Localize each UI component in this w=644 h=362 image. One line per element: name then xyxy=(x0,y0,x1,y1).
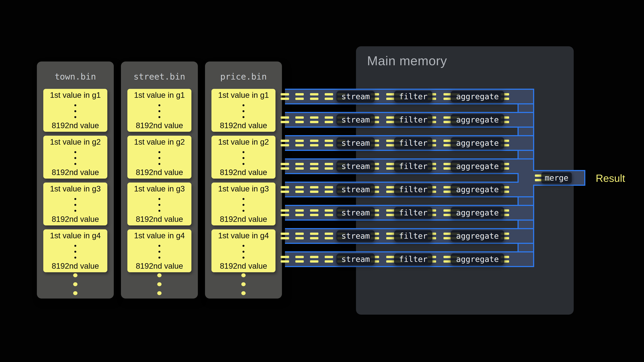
ellipsis-dots xyxy=(242,104,244,118)
data-token-icon xyxy=(325,140,333,146)
value-group-box: 1st value in g2 8192nd value xyxy=(127,136,192,179)
group-first-value: 1st value in g4 xyxy=(127,231,192,240)
filter-operator: filter xyxy=(394,161,432,172)
result-label: Result xyxy=(596,172,625,184)
pipeline-row: stream filter aggregate xyxy=(285,251,533,267)
group-first-value: 1st value in g1 xyxy=(43,91,107,100)
data-token-icon xyxy=(295,209,304,216)
ellipsis-dots xyxy=(74,104,76,118)
data-token-icon xyxy=(295,93,304,100)
aggregate-operator: aggregate xyxy=(450,114,504,125)
file-panel: town.bin 1st value in g1 8192nd value 1s… xyxy=(37,61,114,299)
group-list: 1st value in g1 8192nd value 1st value i… xyxy=(127,89,192,272)
aggregate-operator: aggregate xyxy=(450,207,504,218)
ellipsis-dots xyxy=(158,104,160,118)
aggregate-operator: aggregate xyxy=(450,230,504,242)
stream-operator: stream xyxy=(336,114,375,125)
ellipsis-dots xyxy=(158,198,160,212)
filter-operator: filter xyxy=(394,254,432,265)
bus-gap-segment xyxy=(518,197,533,205)
aggregate-operator: aggregate xyxy=(450,91,504,102)
data-token-icon xyxy=(295,163,304,170)
value-group-box: 1st value in g4 8192nd value xyxy=(212,229,276,272)
data-token-icon xyxy=(325,93,333,100)
data-token-icon xyxy=(295,256,304,263)
bus-junction-patch xyxy=(518,170,533,186)
data-token-icon xyxy=(310,209,318,216)
data-token-icon xyxy=(281,233,289,239)
data-token-icon xyxy=(281,163,289,170)
pipeline-row: stream filter aggregate xyxy=(285,182,533,197)
pipeline-row: stream filter aggregate xyxy=(285,112,533,128)
stream-operator: stream xyxy=(336,230,375,242)
group-list: 1st value in g1 8192nd value 1st value i… xyxy=(212,89,276,272)
group-last-value: 8192nd value xyxy=(212,262,276,271)
group-last-value: 8192nd value xyxy=(212,168,276,177)
data-token-icon xyxy=(386,209,395,216)
data-token-icon xyxy=(386,186,395,193)
pipeline-row: stream filter aggregate xyxy=(285,158,533,174)
group-list: 1st value in g1 8192nd value 1st value i… xyxy=(43,89,107,272)
value-group-box: 1st value in g3 8192nd value xyxy=(127,183,192,225)
ellipsis-dots xyxy=(158,151,160,165)
group-first-value: 1st value in g4 xyxy=(43,231,107,240)
bus-gap-segment xyxy=(518,221,533,228)
ellipsis-dots xyxy=(241,273,246,295)
ellipsis-dots xyxy=(157,273,162,295)
merge-band: merge xyxy=(533,170,585,186)
group-first-value: 1st value in g1 xyxy=(127,91,192,100)
aggregate-operator: aggregate xyxy=(450,161,504,172)
group-last-value: 8192nd value xyxy=(127,262,192,271)
data-token-icon xyxy=(310,116,318,123)
data-token-icon xyxy=(295,186,304,193)
group-first-value: 1st value in g3 xyxy=(212,184,276,193)
value-group-box: 1st value in g1 8192nd value xyxy=(127,89,192,132)
group-last-value: 8192nd value xyxy=(43,168,107,177)
value-group-box: 1st value in g1 8192nd value xyxy=(43,89,107,132)
pipeline-row: stream filter aggregate xyxy=(285,89,533,104)
data-token-icon xyxy=(386,233,395,239)
data-token-icon xyxy=(295,233,304,239)
stream-operator: stream xyxy=(336,161,375,172)
stream-operator: stream xyxy=(336,91,375,102)
group-first-value: 1st value in g4 xyxy=(212,231,276,240)
data-token-icon xyxy=(325,256,333,263)
data-token-icon xyxy=(386,256,395,263)
group-last-value: 8192nd value xyxy=(43,262,107,271)
data-token-icon xyxy=(310,233,318,239)
file-name: street.bin xyxy=(121,71,198,81)
filter-operator: filter xyxy=(394,230,432,242)
bus-gap-segment xyxy=(518,128,533,135)
pipeline-row: stream filter aggregate xyxy=(285,228,533,244)
filter-operator: filter xyxy=(394,114,432,125)
data-token-icon xyxy=(325,116,333,123)
bus-gap-segment xyxy=(518,244,533,251)
value-group-box: 1st value in g1 8192nd value xyxy=(212,89,276,132)
group-first-value: 1st value in g3 xyxy=(43,184,107,193)
group-last-value: 8192nd value xyxy=(127,168,192,177)
ellipsis-dots xyxy=(242,151,244,165)
filter-operator: filter xyxy=(394,91,432,102)
value-group-box: 1st value in g4 8192nd value xyxy=(127,229,192,272)
data-token-icon xyxy=(386,93,395,100)
group-first-value: 1st value in g3 xyxy=(127,184,192,193)
stream-operator: stream xyxy=(336,207,375,218)
data-token-icon xyxy=(281,140,289,146)
ellipsis-dots xyxy=(73,273,78,295)
diagram-canvas: Main memory town.bin 1st value in g1 819… xyxy=(0,0,644,362)
data-token-icon xyxy=(281,93,289,100)
bus-gap-segment xyxy=(518,104,533,112)
aggregate-operator: aggregate xyxy=(450,137,504,149)
group-last-value: 8192nd value xyxy=(43,121,107,130)
ellipsis-dots xyxy=(74,245,76,259)
group-first-value: 1st value in g2 xyxy=(43,137,107,146)
ellipsis-dots xyxy=(74,151,76,165)
data-token-icon xyxy=(325,186,333,193)
aggregate-operator: aggregate xyxy=(450,184,504,195)
data-token-icon xyxy=(325,233,333,239)
group-first-value: 1st value in g2 xyxy=(212,137,276,146)
file-name: price.bin xyxy=(205,71,282,81)
pipeline-row: stream filter aggregate xyxy=(285,205,533,221)
ellipsis-dots xyxy=(242,198,244,212)
data-token-icon xyxy=(310,256,318,263)
